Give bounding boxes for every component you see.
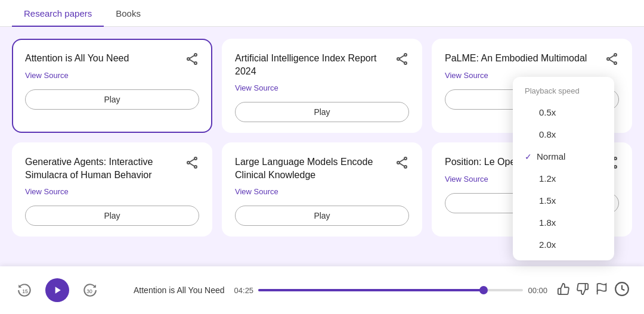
share-icon[interactable] [395, 156, 409, 170]
svg-point-0 [194, 54, 197, 56]
svg-point-2 [194, 62, 197, 64]
tab-books[interactable]: Books [104, 0, 153, 27]
svg-text:30: 30 [86, 288, 92, 294]
svg-point-16 [187, 161, 190, 164]
play-button[interactable]: Play [235, 206, 409, 226]
svg-line-18 [190, 159, 194, 162]
view-source-link[interactable]: View Source [25, 71, 199, 80]
tab-research-papers[interactable]: Research papers [12, 0, 104, 27]
speed-option-1.2x[interactable]: 1.2x [513, 167, 614, 189]
play-pause-button[interactable] [45, 278, 69, 302]
card-attention: Attention is All You Need View Source Pl… [12, 39, 212, 133]
skip-back-button[interactable]: 15 [14, 279, 36, 301]
svg-line-3 [190, 55, 194, 58]
svg-line-14 [609, 60, 614, 63]
card-title: PaLME: An Embodied Multimodal [445, 52, 605, 65]
check-icon: ✓ [525, 152, 532, 161]
speed-option-2.0x[interactable]: 2.0x [513, 234, 614, 256]
svg-point-12 [614, 62, 617, 64]
card-header: Generative Agents: Interactive Simulacra… [25, 156, 199, 182]
svg-point-5 [404, 54, 407, 56]
progress-thumb [479, 286, 488, 294]
card-title: Artificial Intelligence Index Report 202… [235, 52, 395, 79]
play-button[interactable]: Play [25, 89, 199, 110]
action-icons [557, 281, 630, 300]
speed-option-0.8x[interactable]: 0.8x [513, 123, 614, 145]
svg-point-6 [397, 58, 400, 60]
flag-icon[interactable] [595, 282, 608, 299]
svg-point-20 [404, 157, 407, 160]
card-ai-index: Artificial Intelligence Index Report 202… [222, 39, 422, 133]
card-header: PaLME: An Embodied Multimodal [445, 52, 619, 66]
card-title: Large Language Models Encode Clinical Kn… [235, 156, 395, 182]
svg-point-7 [404, 62, 407, 64]
svg-point-21 [397, 161, 400, 164]
progress-fill [258, 289, 484, 291]
svg-point-17 [194, 166, 197, 168]
speed-dropdown: Playback speed 0.5x 0.8x ✓ Normal 1.2x 1… [513, 77, 614, 260]
skip-forward-button[interactable]: 30 [79, 279, 100, 301]
play-button[interactable]: Play [25, 206, 199, 226]
speed-button[interactable] [614, 281, 630, 300]
play-button[interactable]: Play [235, 102, 409, 122]
share-icon[interactable] [185, 52, 199, 66]
svg-point-11 [607, 58, 609, 60]
thumbs-down-icon[interactable] [576, 282, 589, 299]
speed-option-0.5x[interactable]: 0.5x [513, 101, 614, 123]
speed-dropdown-title: Playback speed [513, 82, 614, 101]
svg-line-24 [400, 163, 404, 166]
card-llm-clinical: Large Language Models Encode Clinical Kn… [222, 142, 422, 237]
svg-line-13 [609, 55, 614, 58]
svg-line-19 [190, 163, 194, 166]
svg-line-4 [190, 60, 194, 63]
svg-point-22 [404, 166, 407, 168]
tabs-bar: Research papers Books [0, 0, 644, 27]
share-icon[interactable] [605, 52, 619, 66]
svg-point-1 [187, 58, 190, 60]
card-header: Attention is All You Need [25, 52, 199, 66]
svg-text:15: 15 [22, 288, 28, 294]
remaining-time: 00:00 [528, 286, 547, 295]
svg-point-15 [194, 157, 197, 160]
svg-point-27 [614, 166, 617, 168]
svg-line-23 [400, 159, 404, 162]
svg-line-9 [400, 60, 404, 63]
card-header: Artificial Intelligence Index Report 202… [235, 52, 409, 79]
card-header: Large Language Models Encode Clinical Kn… [235, 156, 409, 182]
card-generative-agents: Generative Agents: Interactive Simulacra… [12, 142, 212, 237]
card-title: Generative Agents: Interactive Simulacra… [25, 156, 185, 182]
view-source-link[interactable]: View Source [235, 187, 409, 196]
view-source-link[interactable]: View Source [25, 187, 199, 196]
view-source-link[interactable]: View Source [235, 83, 409, 92]
speed-option-1.8x[interactable]: 1.8x [513, 212, 614, 234]
speed-option-1.5x[interactable]: 1.5x [513, 189, 614, 212]
svg-point-25 [614, 157, 617, 160]
progress-area: 04:25 00:00 [234, 286, 547, 295]
speed-option-normal[interactable]: ✓ Normal [513, 145, 614, 167]
svg-point-10 [614, 54, 617, 56]
player-bar: 15 30 Attention is All You Need 04:25 00… [0, 266, 644, 314]
player-title: Attention is All You Need [134, 285, 225, 295]
card-title: Attention is All You Need [25, 52, 185, 65]
share-icon[interactable] [395, 52, 409, 66]
thumbs-up-icon[interactable] [557, 282, 570, 299]
svg-line-8 [400, 55, 404, 58]
current-time: 04:25 [234, 286, 254, 295]
progress-bar[interactable] [258, 289, 523, 291]
share-icon[interactable] [185, 156, 199, 170]
